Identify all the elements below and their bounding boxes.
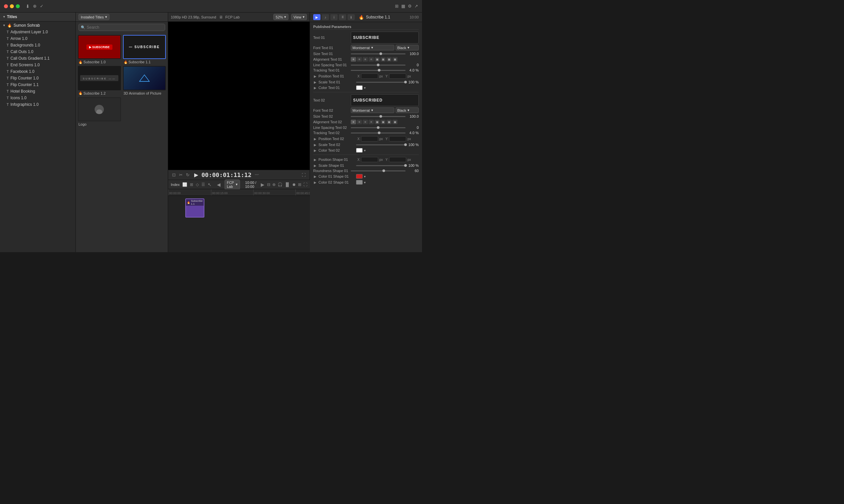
list-icon[interactable]: ☰ xyxy=(201,182,205,187)
skip-icon[interactable]: ⊕ xyxy=(272,182,276,187)
index-label[interactable]: Index xyxy=(171,183,180,186)
cursor-icon[interactable]: ↖ xyxy=(208,182,212,187)
tracking-text01-slider[interactable] xyxy=(351,70,406,71)
expand-color02-shape01[interactable]: ▶ xyxy=(313,180,317,184)
installed-titles-dropdown[interactable]: Installed Titles ▾ xyxy=(78,14,109,20)
color-text01-arrow[interactable]: ▾ xyxy=(364,86,366,90)
tracking-text02-slider[interactable] xyxy=(351,132,406,133)
font-text02-dropdown[interactable]: Montserrat ▾ xyxy=(351,107,394,113)
tool-icon[interactable]: ✂ xyxy=(179,173,183,177)
color01-shape01-swatch[interactable] xyxy=(356,174,363,179)
nav-right-icon[interactable]: ▶ xyxy=(261,182,265,187)
color02-shape01-arrow[interactable]: ▾ xyxy=(364,181,366,184)
align-option4[interactable]: ▣ xyxy=(392,57,398,61)
font-text01-dropdown[interactable]: Montserrat ▾ xyxy=(351,45,394,50)
more-icon[interactable]: ⊞ xyxy=(298,182,301,187)
thumb-logo[interactable]: Logo xyxy=(78,97,121,126)
position-text02-x[interactable]: 0 xyxy=(361,136,378,141)
view-dropdown[interactable]: View ▾ xyxy=(291,14,307,20)
align-option2[interactable]: ▣ xyxy=(380,120,386,124)
tab-settings[interactable]: ℹ xyxy=(347,14,355,20)
tab-info[interactable]: i xyxy=(330,14,338,20)
align-option1[interactable]: ▣ xyxy=(375,57,380,61)
align-center[interactable]: ≡ xyxy=(357,120,362,124)
sidebar-item-hotel-booking[interactable]: T Hotel Booking xyxy=(0,88,75,95)
download-icon[interactable]: ⬇ xyxy=(26,4,30,9)
color-text02-arrow[interactable]: ▾ xyxy=(364,149,366,152)
align-left[interactable]: ≡ xyxy=(351,120,356,124)
project-dropdown[interactable]: FCP Lab ▾ xyxy=(225,180,240,190)
grid-icon[interactable]: ⊞ xyxy=(395,4,399,8)
maximize-button[interactable] xyxy=(16,4,20,8)
close-button[interactable] xyxy=(4,4,8,8)
thumb-subscribe-10[interactable]: ▶ SUBSCRIBE 🔥 Subscribe 1.0 xyxy=(78,35,121,64)
sidebar-item-call-outs[interactable]: T Call Outs 1.0 xyxy=(0,49,75,55)
expand-color01-shape01[interactable]: ▶ xyxy=(313,174,317,178)
align-justify[interactable]: ≡ xyxy=(369,120,374,124)
collapse-icon[interactable]: ▼ xyxy=(3,15,6,18)
sidebar-item-call-outs-gradient[interactable]: T Call Outs Gradient 1.1 xyxy=(0,55,75,61)
size-text01-slider[interactable] xyxy=(351,53,406,54)
align-option3[interactable]: ▣ xyxy=(387,57,392,61)
position-shape01-x[interactable]: 0 xyxy=(361,157,378,162)
play-button[interactable]: ▶ xyxy=(194,172,198,178)
sidebar-item-adjustment-layer[interactable]: T Adjustment Layer 1.0 xyxy=(0,29,75,35)
line-spacing-text01-slider[interactable] xyxy=(351,65,406,66)
expand-color-text01[interactable]: ▶ xyxy=(313,86,317,90)
scale-text01-slider[interactable] xyxy=(356,82,406,83)
thumb-subscribe-12[interactable]: SUBSCRIBE —— 🔥 Subscribe 1.2 xyxy=(78,66,121,95)
color-text01-swatch[interactable] xyxy=(356,85,363,90)
sidebar-item-flip-counter-11[interactable]: T Flip Counter 1.1 xyxy=(0,82,75,88)
headphone-icon[interactable]: 🎧 xyxy=(277,182,283,187)
position-text01-y[interactable]: 0 xyxy=(389,73,406,79)
tab-audio[interactable]: ♪ xyxy=(322,14,329,20)
align-justify[interactable]: ≡ xyxy=(369,57,374,61)
align-option2[interactable]: ▣ xyxy=(380,57,386,61)
expand-position-text01[interactable]: ▶ xyxy=(313,74,317,78)
expand-icon[interactable]: ⛶ xyxy=(302,173,306,177)
align-right[interactable]: ≡ xyxy=(363,57,368,61)
scale-text02-slider[interactable] xyxy=(356,144,406,145)
sidebar-item-sumon-sohrab[interactable]: ▼ 🔥 Sumon Sohrab xyxy=(0,22,75,29)
share-icon[interactable]: ↗ xyxy=(414,4,418,8)
size-text02-slider[interactable] xyxy=(351,116,406,117)
sidebar-item-end-screens[interactable]: T End Screens 1.0 xyxy=(0,61,75,68)
view-icon[interactable]: ▦ xyxy=(401,4,405,8)
expand-position-text02[interactable]: ▶ xyxy=(313,137,317,141)
scale-shape01-slider[interactable] xyxy=(356,165,406,166)
align-right[interactable]: ≡ xyxy=(363,120,368,124)
fit-icon[interactable]: ⊡ xyxy=(172,173,176,177)
check-icon[interactable]: ✓ xyxy=(40,4,43,9)
color01-shape01-arrow[interactable]: ▾ xyxy=(364,175,366,178)
text02-value[interactable]: SUBSCRIBED xyxy=(351,94,419,106)
sidebar-item-backgrounds[interactable]: T Backgrounds 1.0 xyxy=(0,42,75,49)
align-center[interactable]: ≡ xyxy=(357,57,362,61)
color-text02-swatch[interactable] xyxy=(356,148,363,152)
position-shape01-y[interactable]: 0.6 xyxy=(389,157,406,162)
expand-position-shape01[interactable]: ▶ xyxy=(313,158,317,162)
align-left[interactable]: ≡ xyxy=(351,57,356,61)
sidebar-item-arrow[interactable]: T Arrow 1.0 xyxy=(0,35,75,42)
font-style01-dropdown[interactable]: Black ▾ xyxy=(396,45,419,50)
tab-filter[interactable]: ⧖ xyxy=(339,14,346,20)
rotate-icon[interactable]: ↻ xyxy=(186,173,190,177)
minimize-button[interactable] xyxy=(10,4,14,8)
sidebar-item-facebook[interactable]: T Facebook 1.0 xyxy=(0,68,75,75)
color02-shape01-swatch[interactable] xyxy=(356,180,363,185)
line-spacing-text02-slider[interactable] xyxy=(351,127,406,128)
record-icon[interactable]: ⏺ xyxy=(292,182,296,187)
sidebar-item-infographics[interactable]: T Infographics 1.0 xyxy=(0,101,75,108)
position-text01-x[interactable]: 0 xyxy=(361,73,378,79)
expand-scale-shape01[interactable]: ▶ xyxy=(313,163,317,167)
zoom-dropdown[interactable]: 52% ▾ xyxy=(273,14,288,20)
thumb-subscribe-11[interactable]: — SUBSCRIBE 🔥 Subscribe 1.1 xyxy=(123,35,166,64)
expand-scale-text02[interactable]: ▶ xyxy=(313,143,317,147)
align-option1[interactable]: ▣ xyxy=(375,120,380,124)
clip-icon[interactable]: ⬜ xyxy=(182,182,187,187)
position-text02-y[interactable]: 0 xyxy=(389,136,406,141)
text01-value[interactable]: SUBSCRIBE xyxy=(351,32,419,43)
split-icon[interactable]: ⊟ xyxy=(267,182,270,187)
search-input[interactable] xyxy=(87,25,163,30)
sidebar-item-flip-counter-10[interactable]: T Flip Counter 1.0 xyxy=(0,75,75,82)
align-option3[interactable]: ▣ xyxy=(387,120,392,124)
